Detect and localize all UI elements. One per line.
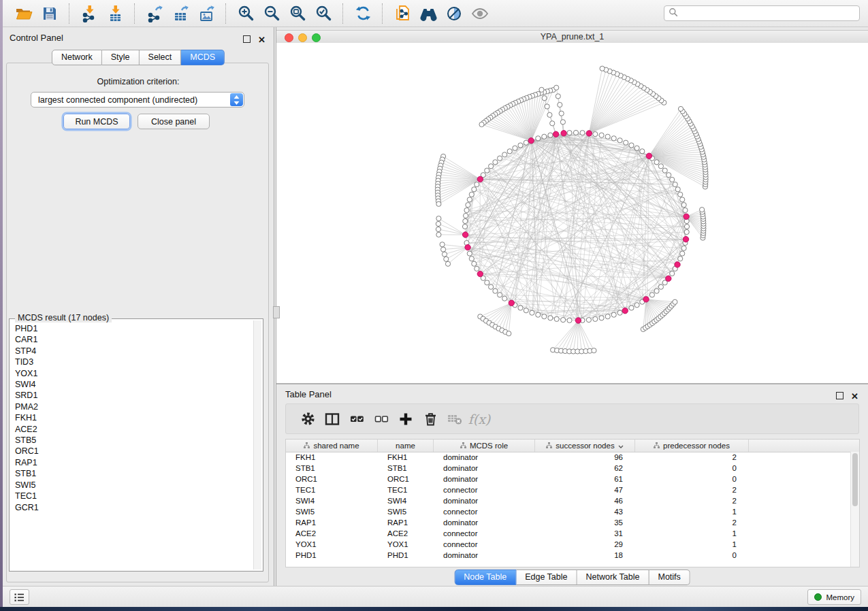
mcds-result-list[interactable]: PHD1CAR1STP4TID3YOX1SWI4SRD1PMA2FKH1ACE2… [11,320,253,569]
close-panel-icon[interactable]: ✕ [258,37,266,43]
graph-leaf-node[interactable] [436,221,440,226]
graph-node[interactable] [524,308,528,313]
graph-node[interactable] [683,208,688,212]
graph-node[interactable] [670,177,675,182]
graph-hub-node[interactable] [646,153,652,159]
graph-hub-node[interactable] [462,232,468,237]
graph-hub-node[interactable] [575,318,581,323]
graph-node[interactable] [611,312,616,317]
mcds-result-item[interactable]: ORC1 [15,446,253,457]
graph-node[interactable] [658,284,663,289]
graph-node[interactable] [467,197,472,202]
table-row[interactable]: RAP1RAP1dominator352 [286,517,851,528]
tab-motifs[interactable]: Motifs [649,569,690,585]
graph-leaf-node[interactable] [542,96,547,101]
graph-node[interactable] [567,318,572,323]
column-header-predecessor-nodes[interactable]: predecessor nodes [635,440,749,452]
tab-network[interactable]: Network [52,50,102,65]
column-header-name[interactable]: name [378,440,434,452]
graph-node[interactable] [681,203,686,208]
refresh-layout-icon[interactable] [351,3,374,24]
table-row[interactable]: ACE2ACE2connector311 [286,528,851,539]
graph-leaf-node[interactable] [436,232,441,237]
delete-columns-icon[interactable] [418,408,443,430]
zoom-selected-icon[interactable] [312,3,335,24]
graph-hub-node[interactable] [684,214,689,219]
graph-leaf-node[interactable] [558,102,562,107]
import-table-icon[interactable] [103,3,127,24]
table-scrollbar-thumb[interactable] [852,453,858,506]
graph-node[interactable] [611,136,616,141]
graph-node[interactable] [629,143,634,148]
graph-node[interactable] [502,296,507,301]
graph-node[interactable] [561,318,566,323]
graph-node[interactable] [536,312,541,317]
table-settings-icon[interactable] [295,408,320,430]
table-row[interactable]: PHD1PHD1dominator180 [286,550,851,561]
run-mcds-button[interactable]: Run MCDS [63,114,130,129]
graph-node[interactable] [629,306,634,310]
graph-node[interactable] [493,288,498,293]
graph-node[interactable] [678,192,683,197]
graph-node[interactable] [530,310,534,315]
graph-leaf-node[interactable] [441,247,446,252]
mcds-result-item[interactable]: GCR1 [15,502,253,513]
table-row[interactable]: STB1STB1dominator620 [286,463,851,474]
float-panel-icon[interactable] [243,33,251,46]
graph-hub-node[interactable] [553,131,558,137]
graph-node[interactable] [475,182,479,187]
graph-leaf-node[interactable] [678,106,683,111]
search-input[interactable] [678,8,855,19]
graph-leaf-node[interactable] [600,66,605,71]
optimization-select[interactable]: largest connected component (undirected) [31,92,244,108]
deselect-all-rows-icon[interactable] [369,408,393,430]
graph-node[interactable] [599,133,604,137]
graph-node[interactable] [662,168,667,173]
tab-select[interactable]: Select [140,50,182,65]
table-row[interactable]: YOX1YOX1connector291 [286,539,851,550]
graph-node[interactable] [640,149,645,154]
graph-node[interactable] [673,182,677,187]
task-history-button[interactable] [10,589,29,605]
export-table-icon[interactable] [169,3,192,24]
tab-edge-table[interactable]: Edge Table [516,569,577,585]
graph-node[interactable] [498,293,502,297]
graph-leaf-node[interactable] [700,208,705,212]
graph-node[interactable] [586,318,591,323]
graph-node[interactable] [658,164,663,169]
graph-node[interactable] [680,197,685,202]
graph-hub-node[interactable] [675,262,680,267]
graph-hub-node[interactable] [465,244,470,250]
graph-leaf-node[interactable] [507,331,511,336]
graph-node[interactable] [548,316,553,320]
graph-node[interactable] [462,224,467,229]
graph-node[interactable] [684,229,689,234]
graph-hub-node[interactable] [586,131,592,136]
graph-node[interactable] [524,140,528,145]
graph-node[interactable] [467,251,472,256]
zoom-in-icon[interactable] [234,3,257,24]
graph-node[interactable] [542,134,547,139]
graph-node[interactable] [485,168,489,173]
column-header-shared-name[interactable]: shared name [286,440,378,452]
graph-node[interactable] [489,164,494,169]
graph-hub-node[interactable] [643,297,649,302]
graph-node[interactable] [542,314,547,319]
graph-leaf-node[interactable] [445,261,450,266]
tab-network-table[interactable]: Network Table [577,569,649,585]
graph-node[interactable] [580,131,585,135]
mcds-result-item[interactable]: RAP1 [15,457,253,468]
graph-node[interactable] [472,261,477,266]
mcds-result-item[interactable]: SWI4 [15,379,253,390]
import-network-icon[interactable] [78,3,101,24]
mcds-result-item[interactable]: PMA2 [15,401,253,412]
table-row[interactable]: FKH1FKH1dominator962 [286,452,851,463]
graph-node[interactable] [554,316,559,321]
graph-node[interactable] [684,224,689,229]
graph-node[interactable] [485,280,489,285]
mcds-result-item[interactable]: ACE2 [15,424,253,435]
graph-leaf-node[interactable] [545,104,549,109]
graph-leaf-node[interactable] [442,252,447,257]
table-row[interactable]: TEC1TEC1connector472 [286,484,851,495]
graph-node[interactable] [593,132,598,137]
